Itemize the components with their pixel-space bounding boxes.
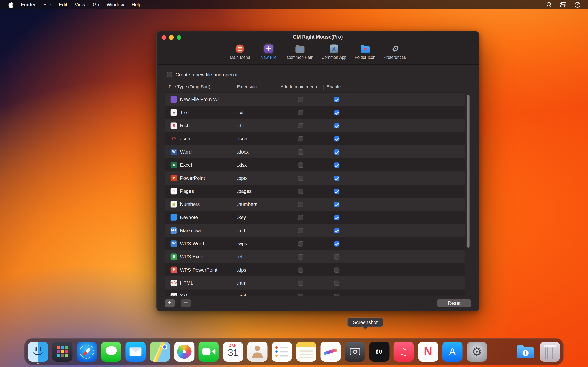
file-row-wps-word[interactable]: W WPS Word .wps — [165, 237, 465, 250]
dock-item-reminders[interactable] — [272, 342, 292, 362]
dock-item-safari[interactable] — [77, 342, 97, 362]
extension-label: .txt — [234, 106, 277, 119]
add-to-menu-checkbox[interactable] — [298, 241, 303, 246]
dock-item-launchpad[interactable] — [52, 342, 72, 362]
dock-item-messages[interactable] — [101, 342, 121, 362]
mail-icon — [125, 342, 146, 362]
safari-icon — [77, 342, 97, 362]
file-row-powerpoint[interactable]: P PowerPoint .pptx — [165, 171, 465, 184]
menu-item-finder[interactable]: Finder — [17, 0, 40, 9]
enable-checkbox[interactable] — [334, 189, 339, 194]
dock-item-photos[interactable] — [174, 342, 194, 362]
enable-checkbox[interactable] — [334, 228, 339, 233]
menu-item-view[interactable]: View — [71, 0, 89, 9]
extension-label: .et — [234, 250, 277, 263]
enable-checkbox[interactable] — [334, 241, 339, 246]
status-circle-icon[interactable] — [575, 2, 580, 8]
toolbar-tab-folder-icon[interactable]: Folder Icon — [355, 43, 375, 59]
enable-checkbox[interactable] — [334, 254, 339, 259]
menu-item-file[interactable]: File — [40, 0, 55, 9]
dock-item-news[interactable]: N — [418, 342, 438, 362]
dock-item-appletv[interactable]: tv — [369, 342, 389, 362]
add-to-menu-checkbox[interactable] — [298, 280, 303, 286]
file-row-rich[interactable]: R Rich .rtf — [165, 119, 465, 132]
file-row-pages[interactable]: ✎ Pages .pages — [165, 185, 465, 198]
menu-item-help[interactable]: Help — [128, 0, 145, 9]
menu-item-edit[interactable]: Edit — [55, 0, 71, 9]
file-row-wps-powerpoint[interactable]: P WPS PowerPoint .dps — [165, 263, 465, 276]
dock-item-freeform[interactable] — [320, 342, 341, 362]
add-to-menu-checkbox[interactable] — [298, 123, 303, 128]
menu-item-go[interactable]: Go — [89, 0, 103, 9]
file-row-json[interactable]: {} Json .json — [165, 132, 465, 145]
apple-logo-icon[interactable] — [8, 1, 14, 8]
control-center-icon[interactable] — [560, 2, 566, 8]
toolbar-tab-main-menu[interactable]: Main Menu — [230, 43, 250, 59]
add-to-menu-checkbox[interactable] — [298, 202, 303, 207]
enable-checkbox[interactable] — [334, 162, 339, 167]
add-to-menu-checkbox[interactable] — [298, 110, 303, 115]
enable-checkbox[interactable] — [334, 280, 339, 286]
dock-item-calendar[interactable]: JAN31 — [223, 342, 243, 362]
create-new-file-checkbox[interactable] — [167, 72, 172, 77]
add-to-menu-checkbox[interactable] — [298, 149, 303, 155]
menu-item-window[interactable]: Window — [103, 0, 128, 9]
extension-label: .xlsx — [234, 158, 277, 171]
reset-button[interactable]: Reset — [437, 299, 471, 307]
enable-checkbox[interactable] — [334, 267, 339, 273]
enable-checkbox[interactable] — [334, 149, 339, 155]
dock-item-contacts[interactable] — [247, 342, 268, 362]
file-type-label: WPS Word — [180, 241, 204, 247]
enable-checkbox[interactable] — [334, 123, 339, 128]
file-row-numbers[interactable]: ▥ Numbers .numbers — [165, 198, 465, 211]
file-row-word[interactable]: W Word .docx — [165, 145, 465, 158]
file-row-excel[interactable]: X Excel .xlsx — [165, 158, 465, 171]
toolbar-tab-common-path[interactable]: Common Path — [287, 43, 313, 59]
photos-icon — [174, 342, 194, 362]
file-row-keynote[interactable]: ⊤ Keynote .key — [165, 211, 465, 224]
column-enable: Enable — [324, 83, 350, 91]
remove-row-button[interactable]: − — [181, 299, 191, 307]
file-row-wps-excel[interactable]: S WPS Excel .et — [165, 250, 465, 263]
dock-item-screenshot[interactable] — [345, 342, 365, 362]
add-to-menu-checkbox[interactable] — [298, 189, 303, 194]
add-row-button[interactable]: + — [164, 299, 175, 307]
toolbar-tab-preferences[interactable]: Preferences — [384, 43, 406, 59]
dock-item-trash[interactable] — [540, 342, 560, 362]
add-to-menu-checkbox[interactable] — [298, 254, 303, 259]
table-scrollbar[interactable] — [467, 95, 470, 248]
add-to-menu-checkbox[interactable] — [298, 162, 303, 167]
add-to-menu-checkbox[interactable] — [298, 215, 303, 220]
dock-item-maps[interactable] — [150, 342, 170, 362]
enable-checkbox[interactable] — [334, 110, 339, 115]
extension-label: .pages — [234, 185, 277, 198]
enable-checkbox[interactable] — [334, 202, 339, 207]
notes-icon — [296, 342, 316, 362]
dock-item-settings[interactable]: ⚙ — [467, 342, 487, 362]
add-to-menu-checkbox[interactable] — [298, 267, 303, 273]
toolbar-tab-common-app[interactable]: Common App — [321, 43, 346, 59]
file-row-markdown[interactable]: M↓ Markdown .md — [165, 224, 465, 237]
add-to-menu-checkbox[interactable] — [298, 136, 303, 142]
enable-checkbox[interactable] — [334, 175, 339, 181]
enable-checkbox[interactable] — [334, 215, 339, 220]
search-icon[interactable] — [546, 2, 552, 8]
file-row-html[interactable]: </> HTML .html — [165, 276, 465, 290]
file-row-new-file-from-wi[interactable]: + New File From Wi... — [165, 93, 465, 106]
dock-item-facetime[interactable] — [199, 342, 219, 362]
dock-item-mail[interactable] — [125, 342, 146, 362]
dock-item-finder[interactable] — [28, 342, 48, 362]
dock-item-notes[interactable] — [296, 342, 316, 362]
add-to-menu-checkbox[interactable] — [298, 175, 303, 181]
toolbar-tab-new-file[interactable]: New File — [259, 43, 279, 59]
enable-checkbox[interactable] — [334, 97, 339, 102]
dock-item-downloads[interactable]: ↓ — [516, 342, 536, 362]
dock-item-appstore[interactable]: A — [442, 342, 462, 362]
enable-checkbox[interactable] — [334, 136, 339, 142]
add-to-menu-checkbox[interactable] — [298, 228, 303, 233]
column-add-to-main-menu: Add to main menu — [277, 83, 324, 91]
add-to-menu-checkbox[interactable] — [298, 97, 303, 102]
messages-icon — [101, 342, 121, 362]
file-row-text[interactable]: ≡ Text .txt — [165, 106, 465, 119]
dock-item-music[interactable]: ♫ — [394, 342, 414, 362]
